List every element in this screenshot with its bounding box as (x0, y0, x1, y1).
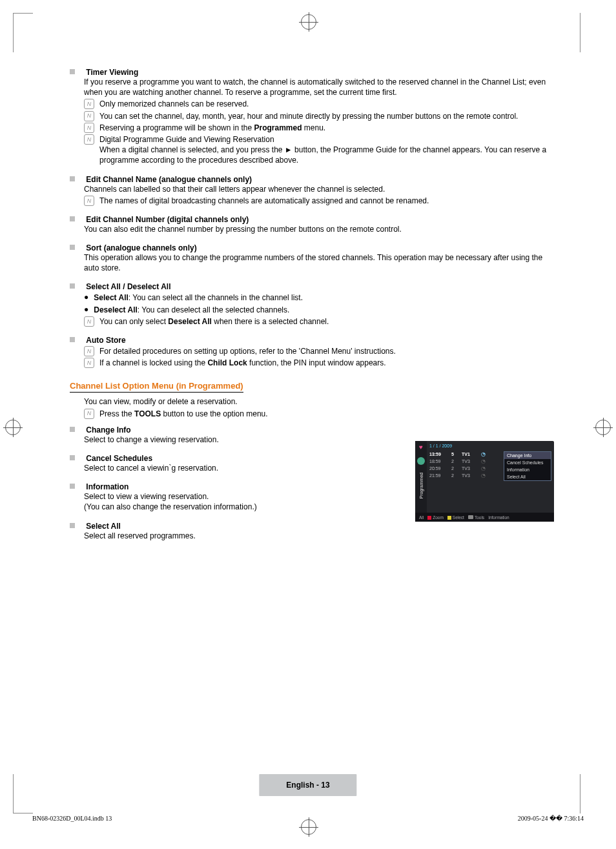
section-title: Information (86, 482, 128, 491)
note-text: For detailed procedures on setting up op… (99, 346, 554, 356)
section-select-all-2: Select All Select all reserved programme… (70, 522, 554, 541)
red-square-icon (427, 516, 431, 520)
section-title: Timer Viewing (86, 68, 138, 77)
square-bullet-icon (70, 427, 75, 432)
osd-legend-bar: All Zoom Select Tools Information (415, 513, 554, 522)
section-select-all: Select All / Deselect All ●Select All: Y… (70, 282, 554, 327)
note-icon (84, 346, 94, 356)
body-text: You can view, modify or delete a reserva… (84, 396, 554, 407)
note-text: Reserving a programme will be shown in t… (99, 123, 554, 133)
note-icon (84, 99, 94, 109)
osd-menu-item: Information (504, 466, 551, 473)
note-icon (84, 358, 94, 368)
body-text: Channels can labelled so that their call… (84, 184, 554, 194)
body-text: You can also edit the channel number by … (84, 224, 554, 234)
clock-icon: ◔ (481, 465, 486, 471)
section-title: Cancel Schedules (86, 454, 152, 463)
heart-icon: ♥ (419, 444, 423, 451)
section-title: Auto Store (86, 336, 125, 345)
legend-all: All (419, 515, 424, 520)
globe-icon (417, 457, 425, 465)
section-edit-channel-name: Edit Channel Name (analogue channels onl… (70, 175, 554, 206)
bullet-icon: ● (84, 292, 88, 302)
registration-mark-icon (301, 14, 316, 30)
legend-tools: Tools (468, 515, 484, 520)
registration-mark-icon (301, 819, 316, 835)
square-bullet-icon (70, 523, 75, 528)
section-title: Change Info (86, 425, 130, 435)
registration-mark-icon (5, 420, 21, 435)
footer-filename: BN68-02326D_00L04.indb 13 (32, 815, 112, 822)
section-title: Sort (analogue channels only) (86, 243, 196, 252)
osd-screenshot: ♥ Programmed 1 / 1 / 2009 13:59 5 TV1 ◔ … (415, 441, 554, 522)
section-title: Edit Channel Name (analogue channels onl… (86, 175, 252, 184)
note-text: If a channel is locked using the Child L… (99, 358, 554, 368)
body-text: Select all reserved programmes. (84, 531, 554, 541)
note-icon (84, 196, 94, 206)
osd-date: 1 / 1 / 2009 (427, 444, 551, 448)
osd-sidebar: ♥ Programmed (415, 441, 427, 513)
square-bullet-icon (70, 245, 75, 250)
square-bullet-icon (70, 337, 75, 342)
note-icon (84, 134, 94, 145)
note-text: You can set the channel, day, month, yea… (99, 111, 554, 121)
yellow-square-icon (447, 516, 451, 520)
body-text: If you reserve a programme you want to w… (84, 77, 554, 97)
note-icon (84, 111, 94, 121)
osd-popup-menu: Change Info Cancel Schedules Information… (504, 451, 551, 481)
note-text: You can only select Deselect All when th… (99, 316, 554, 327)
crop-mark (13, 13, 33, 52)
subsection-heading: Channel List Option Menu (in Programmed) (70, 381, 243, 393)
square-bullet-icon (70, 176, 75, 181)
main-content: Timer Viewing If you reserve a programme… (70, 68, 554, 550)
square-bullet-icon (70, 216, 75, 221)
body-text: This operation allows you to change the … (84, 252, 554, 273)
square-bullet-icon (70, 484, 75, 489)
list-item: Select All: You can select all the chann… (94, 292, 303, 303)
square-bullet-icon (70, 69, 75, 74)
note-text: The names of digital broadcasting channe… (99, 196, 554, 206)
square-bullet-icon (70, 283, 75, 289)
section-sort: Sort (analogue channels only) This opera… (70, 243, 554, 273)
osd-menu-item: Select All (504, 473, 551, 480)
list-item: Deselect All: You can deselect all the s… (94, 305, 289, 315)
osd-menu-item: Cancel Schedules (504, 459, 551, 466)
legend-select: Select (447, 515, 464, 520)
section-edit-channel-number: Edit Channel Number (digital channels on… (70, 215, 554, 234)
section-title: Select All / Deselect All (86, 282, 170, 291)
section-title: Select All (86, 522, 121, 531)
section-title: Edit Channel Number (digital channels on… (86, 215, 249, 224)
clock-icon: ◔ (481, 458, 486, 464)
page-number: English - 13 (259, 774, 356, 796)
square-bullet-icon (70, 455, 75, 460)
section-timer-viewing: Timer Viewing If you reserve a programme… (70, 68, 554, 166)
crop-mark (580, 774, 580, 813)
note-text: Press the TOOLS button to use the option… (99, 409, 554, 419)
section-auto-store: Auto Store For detailed procedures on se… (70, 336, 554, 368)
note-icon (84, 316, 94, 327)
note-icon (84, 123, 94, 133)
osd-sidebar-label: Programmed (419, 471, 424, 500)
crop-mark (13, 774, 33, 813)
registration-mark-icon (595, 420, 611, 435)
footer-timestamp: 2009-05-24 �� 7:36:14 (518, 815, 584, 822)
tools-icon (468, 515, 473, 519)
crop-mark (580, 13, 580, 52)
note-icon (84, 409, 94, 419)
clock-icon: ◔ (481, 473, 486, 478)
bullet-icon: ● (84, 305, 88, 314)
clock-icon: ◔ (481, 451, 486, 457)
legend-info: Information (488, 515, 509, 520)
note-text: Digital Programme Guide and Viewing Rese… (99, 134, 554, 166)
page: Timer Viewing If you reserve a programme… (0, 0, 616, 849)
subsection-heading-wrap: Channel List Option Menu (in Programmed) (70, 381, 554, 396)
note-text: Only memorized channels can be reserved. (99, 99, 554, 109)
legend-zoom: Zoom (427, 515, 444, 520)
osd-menu-item: Change Info (504, 452, 551, 459)
